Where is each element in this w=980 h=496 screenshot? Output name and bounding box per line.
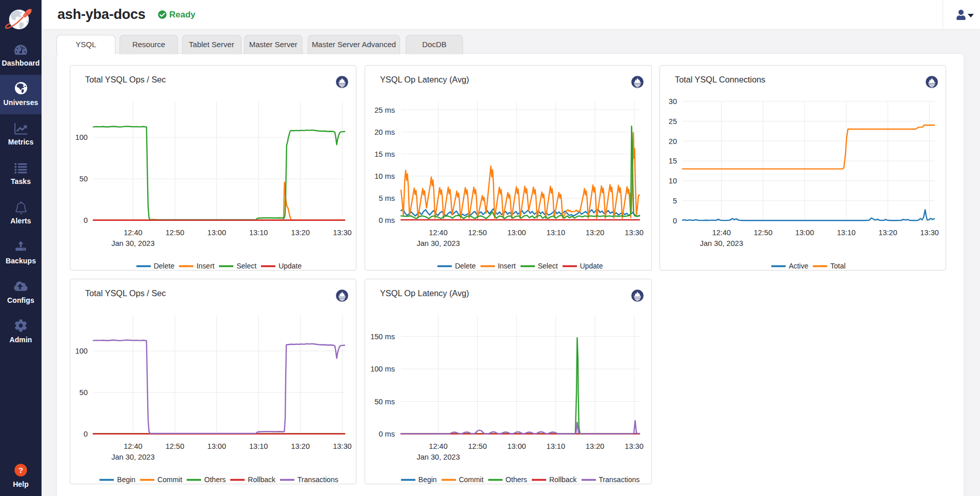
svg-text:13:20: 13:20 xyxy=(291,442,310,450)
svg-text:25 ms: 25 ms xyxy=(374,106,395,114)
svg-text:13:20: 13:20 xyxy=(586,442,605,450)
svg-text:50: 50 xyxy=(79,175,88,183)
svg-text:13:30: 13:30 xyxy=(625,229,644,237)
svg-text:13:20: 13:20 xyxy=(878,229,897,237)
svg-text:50 ms: 50 ms xyxy=(374,398,395,406)
svg-text:13:20: 13:20 xyxy=(586,229,605,237)
svg-text:13:00: 13:00 xyxy=(507,229,526,237)
svg-text:13:10: 13:10 xyxy=(547,442,566,450)
svg-text:12:40: 12:40 xyxy=(712,229,731,237)
svg-text:10: 10 xyxy=(669,177,677,185)
svg-text:100: 100 xyxy=(75,347,88,355)
svg-text:5 ms: 5 ms xyxy=(378,194,395,202)
svg-text:12:50: 12:50 xyxy=(166,229,185,237)
svg-text:12:50: 12:50 xyxy=(166,442,185,450)
svg-text:13:20: 13:20 xyxy=(291,229,310,237)
svg-text:12:40: 12:40 xyxy=(124,229,143,237)
svg-text:13:00: 13:00 xyxy=(507,442,526,450)
svg-text:0: 0 xyxy=(84,216,88,224)
svg-text:Jan 30, 2023: Jan 30, 2023 xyxy=(111,453,154,461)
svg-text:150 ms: 150 ms xyxy=(370,333,395,341)
svg-text:0 ms: 0 ms xyxy=(378,216,395,224)
svg-text:Jan 30, 2023: Jan 30, 2023 xyxy=(111,239,154,247)
svg-text:100 ms: 100 ms xyxy=(370,365,395,373)
svg-text:Jan 30, 2023: Jan 30, 2023 xyxy=(416,239,459,247)
svg-text:Jan 30, 2023: Jan 30, 2023 xyxy=(700,239,743,247)
svg-text:50: 50 xyxy=(79,388,88,397)
svg-text:13:30: 13:30 xyxy=(920,229,939,237)
svg-text:13:00: 13:00 xyxy=(795,229,814,237)
svg-text:13:00: 13:00 xyxy=(207,442,226,450)
svg-text:12:40: 12:40 xyxy=(429,442,448,450)
svg-text:5: 5 xyxy=(673,197,677,205)
svg-text:0: 0 xyxy=(673,217,677,225)
svg-text:?: ? xyxy=(18,466,23,474)
svg-text:Jan 30, 2023: Jan 30, 2023 xyxy=(416,453,459,461)
svg-text:12:50: 12:50 xyxy=(468,442,487,450)
svg-text:0 ms: 0 ms xyxy=(378,430,395,438)
svg-text:25: 25 xyxy=(669,117,677,126)
svg-text:20 ms: 20 ms xyxy=(374,128,395,136)
svg-text:10 ms: 10 ms xyxy=(374,172,395,180)
svg-text:15: 15 xyxy=(669,157,677,165)
svg-text:13:30: 13:30 xyxy=(625,442,644,450)
svg-text:13:10: 13:10 xyxy=(249,442,268,450)
svg-text:0: 0 xyxy=(84,430,88,438)
svg-text:12:40: 12:40 xyxy=(124,442,143,450)
svg-text:13:30: 13:30 xyxy=(333,442,352,450)
svg-text:12:40: 12:40 xyxy=(429,229,448,237)
svg-text:15 ms: 15 ms xyxy=(374,150,395,158)
svg-text:12:50: 12:50 xyxy=(468,229,487,237)
svg-text:30: 30 xyxy=(669,97,677,106)
svg-text:13:00: 13:00 xyxy=(207,229,226,237)
svg-text:100: 100 xyxy=(75,133,88,141)
svg-text:13:30: 13:30 xyxy=(333,229,352,237)
svg-text:20: 20 xyxy=(669,137,677,146)
svg-text:13:10: 13:10 xyxy=(547,229,566,237)
svg-text:13:10: 13:10 xyxy=(837,229,856,237)
svg-text:13:10: 13:10 xyxy=(249,229,268,237)
svg-text:12:50: 12:50 xyxy=(754,229,773,237)
